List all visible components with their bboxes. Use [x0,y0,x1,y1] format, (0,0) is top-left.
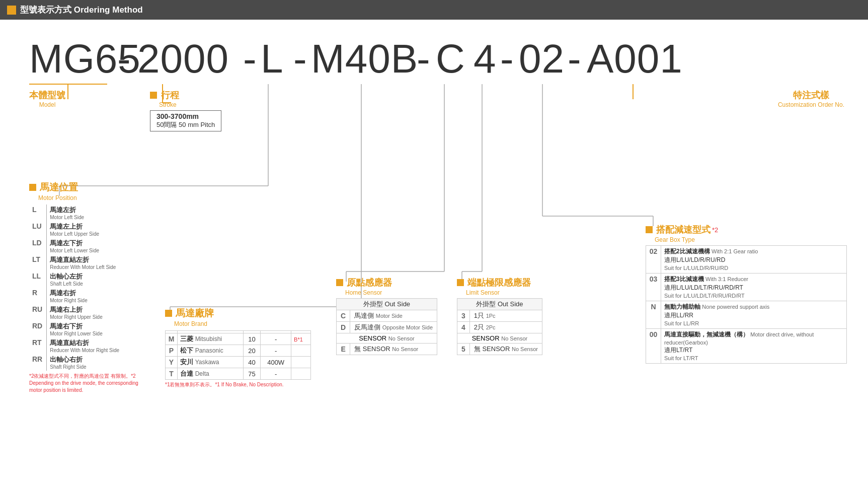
motor-position-row: RR 出軸心右折 Shaft Right Side [29,354,122,371]
custom-cn: 特注式樣 [778,89,844,101]
mp-desc-cn: 馬達右折 [50,289,119,298]
limit-sensor-section: 端點極限感應器 Limit Sensor 外掛型 Out Side 3 1只 1… [457,277,573,355]
ls-no-sensor-cn: SENSOR [472,334,500,342]
mp-desc-en: Motor Left Side [50,215,119,220]
mp-desc-cn: 馬達右上折 [50,305,119,314]
gb-note-en: Suit for LL/RR [664,320,699,326]
ls-desc-en: 1Pc [486,313,496,319]
hs-title-cn: 原點感應器 [347,277,392,289]
hs-title: 原點感應器 [336,277,452,289]
motor-position-title: 馬達位置 [29,181,155,194]
mp-desc-cn: 出軸心左折 [50,272,119,281]
gb-desc-cn: 搭配2比減速機構 [664,248,710,255]
motor-position-row: LD 馬達左下折 Motor Left Lower Side [29,238,122,254]
gearbox-row: 00 馬達直接驅動，無減速機（構） Motor direct drive, wi… [646,329,847,364]
motor-brand-title: 馬達廠牌 [165,307,311,320]
mp-code: LL [29,271,47,288]
mp-desc-cn: 馬達左下折 [50,239,119,248]
motor-position-row: R 馬達右折 Motor Right Side [29,288,122,304]
model-sep5: - [500,39,514,79]
stroke-pitch: 50間隔 50 mm Pitch [156,120,215,129]
limit-sensor-row: 4 2只 2Pc [457,322,542,333]
ls-bullet [457,279,464,286]
limit-sensor-row: 3 1只 1Pc [457,310,542,322]
gb-title-cn: 搭配減速型式 [656,224,711,236]
mp-desc-cn: 馬達直結左折 [50,255,119,264]
header-bar: 型號表示方式 Ordering Method [0,0,868,20]
gb-note-cn: 適用LT/RT [664,347,692,354]
mp-title-en: Motor Position [38,194,155,201]
gb-title-en: Gear Box Type [655,236,847,243]
model-sep6: - [568,39,582,79]
header-title: 型號表示方式 Ordering Method [20,4,143,16]
gb-title: 搭配減速型式 *2 [646,224,847,236]
gb-desc-en: With 2:1 Gear ratio [712,248,758,254]
motor-position-row: L 馬達左折 Motor Left Side [29,204,122,221]
header-orange-square [7,6,16,15]
model-code-c: C [436,39,465,79]
mp-desc-en: Shaft Left Side [50,281,119,287]
motor-position-row: LL 出軸心左折 Shaft Left Side [29,271,122,288]
motor-brand-table: M 三菱 Mitsubishi 10 - B*1 P 松下 Panasonic … [165,330,311,380]
gb-desc-cn: 無動力輔助軸 [664,303,700,310]
mb-cn: 松下 [180,347,195,354]
mp-desc-en: Motor Right Upper Side [50,314,119,320]
gb-desc-en: None powered support axis [702,304,769,310]
label-stroke: 行程 Stroke 300-3700mm 50間隔 50 mm Pitch [150,89,221,131]
model-sep3: - [293,39,307,79]
mb-en: Delta [195,370,209,377]
home-sensor-row: D 反馬達側 Opposite Motor Side [337,322,437,333]
mp-code: L [29,204,47,221]
mp-desc-en: Motor Left Lower Side [50,248,119,253]
ls-title: 端點極限感應器 [457,277,573,289]
hs-bullet [336,279,343,286]
mp-code: LU [29,221,47,238]
mp-code: RU [29,304,47,321]
gb-note-cn: 適用L/LU/LD/LT/R/RU/RD/RT [664,284,743,291]
ls-desc-en: No Sensor [512,346,538,352]
label-model: 本體型號 Model [29,89,65,108]
motor-brand-footnote: *1若無煞車則不表示。*1 If No Brake, No Descriptio… [165,381,311,388]
motor-position-row: RD 馬達右下折 Motor Right Lower Side [29,321,122,337]
home-sensor-section: 原點感應器 Home Sensor 外掛型 Out Side C 馬達側 Mot… [336,277,452,355]
mb-cn: 台達 [180,370,195,377]
motor-position-row: RT 馬達直結右折 Reducer With Motor Right Side [29,337,122,354]
ls-desc-en: 2Pc [486,324,496,330]
limit-sensor-row: SENSOR No Sensor [457,333,542,344]
label-stroke-cn: 行程 [161,89,179,101]
mb-title-en: Motor Brand [174,320,311,327]
hs-title-en: Home Sensor [345,289,452,296]
motor-position-row: LT 馬達直結左折 Reducer With Motor Left Side [29,254,122,271]
limit-sensor-row: 5 無 SENSOR No Sensor [457,344,542,355]
gb-note-en: Suit for LT/RT [664,355,698,361]
gearbox-table: 02 搭配2比減速機構 With 2:1 Gear ratio 適用L/LU/L… [646,245,847,364]
gearbox-row: 02 搭配2比減速機構 With 2:1 Gear ratio 適用L/LU/L… [646,246,847,274]
model-code-a001: A001 [587,39,683,79]
gearbox-row: N 無動力輔助軸 None powered support axis 適用LL/… [646,301,847,329]
model-code-4: 4 [474,39,497,79]
gearbox-section: 搭配減速型式 *2 Gear Box Type 02 搭配2比減速機構 With… [646,224,847,364]
mp-desc-cn: 出軸心右折 [50,355,119,364]
home-sensor-row: C 馬達側 Motor Side [337,310,437,322]
ls-desc-cn: 2只 [474,323,484,331]
motor-brand-row: T 台達 Delta 75 - [166,368,311,380]
motor-brand-row: Y 安川 Yaskawa 40 400W [166,357,311,368]
hs-desc-cn: 馬達側 [354,312,374,319]
motor-position-footnote: *2依減速型式不同，對應的馬達位置 有限制。*2 Depending on th… [29,373,150,394]
hs-no-sensor-cn: SENSOR [359,334,386,342]
mb-en: Mitsubishi [195,335,222,343]
hs-desc-en: Motor Side [376,313,403,319]
custom-en: Customization Order No. [778,101,844,108]
motor-position-row: RU 馬達右上折 Motor Right Upper Side [29,304,122,321]
mp-desc-en: Reducer With Motor Right Side [50,348,119,353]
mp-desc-en: Reducer With Motor Left Side [50,264,119,270]
full-diagram: MG65 - 2000 - L - M40B - C 4 - 02 - A001… [14,25,854,458]
main-content: MG65 - 2000 - L - M40B - C 4 - 02 - A001… [0,20,868,466]
model-code-l: L [261,39,284,79]
mp-title-cn: 馬達位置 [40,181,78,194]
model-sep2: - [243,39,257,79]
gb-note-cn: 適用LL/RR [664,312,693,319]
motor-position-section: 馬達位置 Motor Position L 馬達左折 Motor Left Si… [29,181,155,394]
model-code-2000: 2000 [137,39,229,79]
ls-desc-cn: 1只 [474,312,484,319]
